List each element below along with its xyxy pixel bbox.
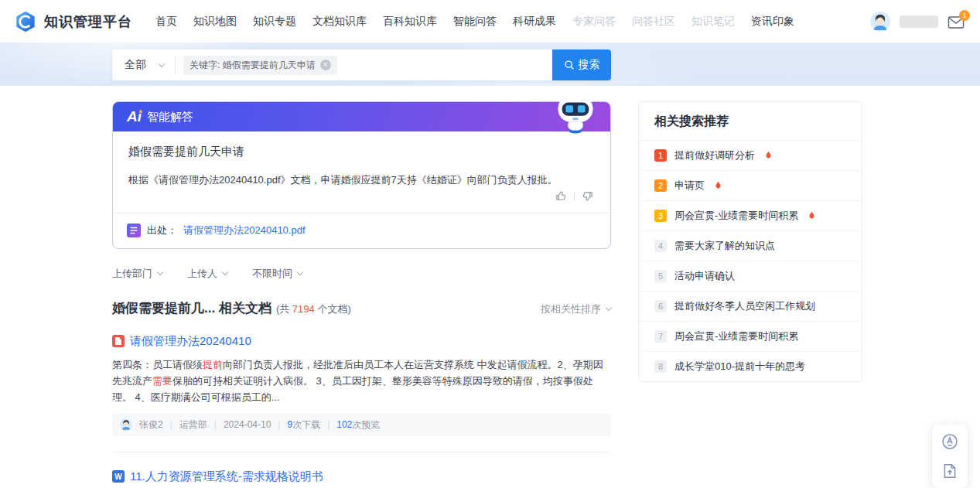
app-logo-icon (14, 10, 37, 33)
rank-badge: 8 (654, 360, 667, 373)
meta-separator: | (170, 419, 172, 430)
related-search-label: 周会宣贯-业绩需要时间积累 (674, 329, 798, 343)
preview-count: 102次预览 (336, 418, 380, 432)
app-title: 知识管理平台 (44, 12, 132, 31)
related-search-list: 1 提前做好调研分析 2 申请页 3 周会宣贯-业绩需要时间积累 4 需要大家了… (639, 141, 862, 381)
related-search-label: 申请页 (674, 179, 705, 193)
related-search-label: 周会宣贯-业绩需要时间积累 (674, 209, 798, 223)
ai-answer-card: Ai 智能解答 婚假需要提前几天申请 根据《请假管理办法20240410.pdf… (112, 101, 611, 249)
rank-badge: 2 (654, 179, 667, 192)
search-button[interactable]: 搜索 (552, 49, 611, 80)
rank-badge: 4 (654, 240, 667, 252)
sort-label: 按相关性排序 (541, 302, 601, 316)
username-redacted (900, 15, 938, 28)
result-title-row: 请假管理办法20240410 (112, 334, 611, 349)
app-logo[interactable]: 知识管理平台 (14, 10, 132, 33)
related-search-item[interactable]: 5 活动申请确认 (639, 261, 862, 291)
nav-item[interactable]: 首页 (155, 15, 177, 29)
snippet-text: 保胎的可持相关证明计入病假。 3、员工因打架、整形美容等特殊原因导致的请假，均按… (112, 375, 593, 403)
nav-item[interactable]: 智能问答 (453, 15, 497, 29)
nav-item[interactable]: 知识地图 (193, 15, 237, 29)
meta-separator: | (278, 419, 280, 430)
result-list: 请假管理办法20240410 第四条：员工请假须提前向部门负责人报批，经批准后由… (112, 317, 611, 488)
messages-button[interactable]: 1 (948, 13, 966, 30)
thumbs-down-icon[interactable] (582, 190, 593, 202)
font-a-icon (941, 433, 958, 450)
filter-label: 上传部门 (112, 267, 152, 281)
main-column: Ai 智能解答 婚假需要提前几天申请 根据《请假管理办法20240410.pdf… (112, 101, 611, 488)
result-title-link[interactable]: 11.人力资源管理系统-需求规格说明书 (130, 469, 323, 484)
sort-dropdown[interactable]: 按相关性排序 (541, 302, 611, 316)
nav-item[interactable]: 科研成果 (513, 15, 556, 29)
nav-item[interactable]: 资讯印象 (751, 15, 794, 29)
rank-badge: 7 (654, 330, 667, 343)
source-file-link[interactable]: 请假管理办法20240410.pdf (183, 224, 306, 237)
result-item: 请假管理办法20240410 第四条：员工请假须提前向部门负责人报批，经批准后由… (112, 317, 611, 436)
download-count: 9次下载 (287, 418, 320, 432)
meta-separator: | (327, 419, 330, 430)
snippet-text: 第四条：员工请假须 (112, 359, 203, 370)
meta-separator: | (214, 419, 217, 430)
related-search-item[interactable]: 1 提前做好调研分析 (639, 141, 862, 170)
filter-label: 上传人 (187, 267, 217, 281)
related-search-item[interactable]: 3 周会宣贯-业绩需要时间积累 (639, 200, 862, 230)
content: Ai 智能解答 婚假需要提前几天申请 根据《请假管理办法20240410.pdf… (0, 86, 980, 488)
snippet-highlight: 需要 (152, 375, 172, 387)
mail-badge: 1 (959, 10, 970, 21)
results-title: 婚假需要提前几... 相关文档 (112, 299, 271, 317)
filter-dropdown[interactable]: 上传部门 (112, 267, 162, 281)
related-search-label: 需要大家了解的知识点 (674, 239, 775, 253)
font-size-button[interactable] (941, 432, 959, 451)
related-search-item[interactable]: 6 提前做好冬季人员空闲工作规划 (639, 291, 862, 321)
result-title-link[interactable]: 请假管理办法20240410 (130, 334, 251, 349)
rank-badge: 5 (654, 270, 667, 282)
chevron-down-icon (297, 269, 303, 275)
search-icon (564, 60, 575, 70)
nav-item[interactable]: 专家问答 (572, 15, 616, 29)
related-search-item[interactable]: 8 成长学堂010-提前十年的思考 (639, 351, 862, 381)
ai-card-title: 智能解答 (147, 110, 193, 125)
ai-answer-text: 根据《请假管理办法20240410.pdf》文档，申请婚假应提前7天持《结婚证》… (128, 172, 595, 189)
nav-item[interactable]: 百科知识库 (383, 15, 437, 29)
file-type-icon (112, 470, 125, 483)
nav-item[interactable]: 文档知识库 (312, 15, 367, 29)
filter-dropdown[interactable]: 上传人 (187, 267, 227, 281)
related-search-card: 相关搜索推荐 1 提前做好调研分析 2 申请页 3 周会宣贯-业绩需要时间积累 … (638, 101, 862, 382)
search-bar: 全部 关键字: 婚假需要提前几天申请 × 搜索 (112, 49, 611, 80)
ai-question: 婚假需要提前几天申请 (128, 145, 595, 159)
keyword-chip-text: 关键字: 婚假需要提前几天申请 (190, 59, 316, 72)
filter-dropdown[interactable]: 不限时间 (252, 267, 302, 281)
nav-item[interactable]: 知识专题 (253, 15, 296, 29)
results-count: (共 7194 个文档) (276, 302, 351, 316)
results-count-suffix: 个文档) (315, 303, 351, 315)
author-name: 张俊2 (139, 418, 163, 432)
search-button-label: 搜索 (579, 58, 600, 72)
upload-document-button[interactable] (941, 462, 959, 480)
file-type-icon (112, 335, 125, 347)
result-meta: 张俊2|运营部|2024-04-10|9次下载|102次预览 (112, 414, 611, 436)
ai-source-row: 出处： 请假管理办法20240410.pdf (113, 213, 610, 248)
search-scope-dropdown[interactable]: 全部 (112, 49, 175, 80)
results-count-number: 7194 (292, 303, 315, 315)
hot-fire-icon (714, 181, 722, 190)
related-search-item[interactable]: 2 申请页 (639, 170, 862, 200)
results-count-prefix: (共 (276, 303, 292, 315)
rank-badge: 3 (654, 210, 667, 222)
chevron-down-icon (159, 60, 165, 67)
top-nav: 知识管理平台 首页知识地图知识专题文档知识库百科知识库智能问答科研成果专家问答问… (0, 0, 980, 43)
related-search-item[interactable]: 4 需要大家了解的知识点 (639, 230, 862, 261)
related-search-item[interactable]: 7 周会宣贯-业绩需要时间积累 (639, 321, 862, 351)
ai-feedback: | (128, 189, 595, 208)
filter-label: 不限时间 (252, 267, 292, 281)
nav-item[interactable]: 知识笔记 (691, 15, 735, 29)
nav-item[interactable]: 问答社区 (632, 15, 675, 29)
thumbs-up-icon[interactable] (555, 190, 567, 202)
author-avatar (120, 418, 132, 431)
robot-mascot-icon (553, 91, 598, 135)
result-item: 11.人力资源管理系统-需求规格说明书 功能按钮 约束限制 交互 提示 备注 保… (112, 452, 611, 488)
chip-close-icon[interactable]: × (320, 60, 331, 70)
search-input[interactable]: 关键字: 婚假需要提前几天申请 × (176, 49, 552, 80)
hot-fire-icon (764, 151, 773, 160)
nav-menu: 首页知识地图知识专题文档知识库百科知识库智能问答科研成果专家问答问答社区知识笔记… (155, 15, 870, 29)
user-avatar[interactable] (870, 12, 890, 32)
